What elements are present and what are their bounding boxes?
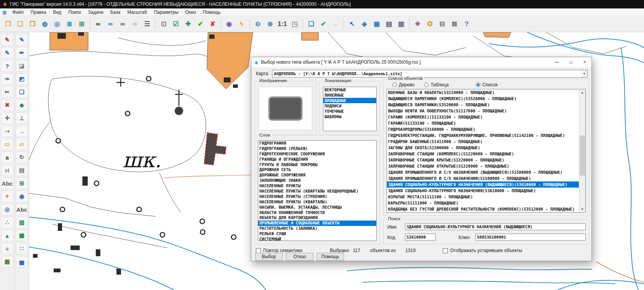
object-type-item[interactable]: ВЫДАЮЩИЕСЯ ПАМЯТНИКИ (КОМПЛЕКС)(53520000… [387,96,579,102]
open-map-icon[interactable]: ❐ [2,18,14,30]
object-type-item[interactable]: ЗАПРАВОЧНЫЕ СТАНЦИИ ОТКРЫТЫЕ(51220000 - … [387,163,579,169]
layers-icon[interactable]: ≣ [64,18,75,30]
object-type-item[interactable]: ЗДАНИЯ СОЦИАЛЬНО-КУЛЬТУРНОГО НАЗНАЧЕНИЯ … [387,181,579,188]
scrollbar-thumb[interactable] [580,135,585,176]
object-type-item[interactable]: ВОЕННЫЕ БАЗЫ И ОБЪЕКТЫ(53210000 - ПЛОЩАД… [387,89,579,96]
localization-item[interactable]: ШАБЛОНЫ [323,114,376,119]
radio-list-circle[interactable] [476,82,480,87]
context-help-icon[interactable]: ? [461,18,472,30]
map-sheet-icon[interactable]: ▦ [2,10,7,15]
localization-item[interactable]: ПЛОЩАДНЫЕ [323,98,376,103]
zoom-object-icon[interactable]: ◉ [16,191,28,202]
fill-icon[interactable]: ▩ [16,230,28,241]
copy-map-icon[interactable]: ◎ [51,18,63,30]
select-by-map-icon[interactable]: ◈ [359,18,370,30]
object-type-item[interactable]: ЗДАНИЯ ПРОМЫШЛЕННОГО И С/Х НАЗНАЧЕНИЯ (В… [387,169,579,175]
layer-item[interactable]: НАСЕЛЕННЫЕ ПУНКТЫ (КВАРТАЛЫ НЕОДНОРОДНЫЕ… [258,189,376,194]
object-type-item[interactable]: ЗДАНИЯ ПРОМЫШЛЕННОГО И С/Х НАЗНАЧЕНИЯ(51… [387,175,579,181]
layer-item[interactable]: НАСЕЛЕННЫЕ ПУНКТЫ [258,183,376,189]
object-type-item[interactable]: ЗДАНИЯ СОЦИАЛЬНО-КУЛЬТУРНОГО НАЗНАЧЕНИЯ(… [387,188,579,194]
open-internet-map-icon[interactable]: ◍ [39,18,51,30]
abc2-text-icon[interactable]: Abc [16,204,28,215]
layer-item[interactable]: НАСЫПИ, ВЫЕМКИ, ЭСТАКАДЫ, ЛЕСТНИЦЫ [258,205,376,210]
layer-item[interactable]: СИСТЕМНЫЙ [258,237,376,241]
topology-icon[interactable]: ⊥ [16,112,28,124]
copy-object-icon[interactable]: ❏ [16,86,28,98]
menu-item-window[interactable]: Окно [182,9,200,16]
menu-item-file[interactable]: Файл [9,9,27,16]
edit-query-icon[interactable]: ? [1,60,13,72]
object-type-item[interactable]: ГИДРОЭЛЕКТРОСТАНЦИИ, ГИДРОАККУМУЛИРУЮЩИЕ… [387,132,579,138]
edit-curve-icon[interactable]: ✑ [1,73,13,85]
back-view-icon[interactable]: ← [330,18,341,30]
menu-item-parameters[interactable]: Параметры [151,9,182,16]
layer-item[interactable]: ОБЛАСТИ ПОНИЖЕННОЙ ТОЧНОСТИ [258,210,376,216]
object-type-item[interactable]: ГАРАЖИ (КОМПЛЕКС)(51133100 - ПЛОЩАДНЫЕ) [387,114,579,120]
close-button[interactable]: × [578,57,592,67]
direction-icon[interactable]: → [16,125,28,137]
dbm-table-icon[interactable]: ▤ [383,18,395,30]
menu-item-tasks[interactable]: Задачи [84,9,107,16]
object-type-item[interactable]: КЛАДБИЩА БЕЗ ГУСТОЙ ДРЕВЕСНОЙ РАСТИТЕЛЬН… [387,206,579,212]
abc-text-icon[interactable]: Abc [1,178,13,189]
print-setup-icon[interactable]: ⊠ [449,18,460,30]
name-field[interactable] [405,223,586,230]
semantic-list-icon[interactable]: ▥ [395,18,407,30]
selected-map-object[interactable] [204,133,226,165]
localization-item[interactable]: ВЕКТОРНЫЕ [323,87,376,92]
select-check-icon[interactable]: ☑ [170,18,182,30]
object-pin-icon[interactable]: ✪ [424,18,436,30]
scale-1-1-icon[interactable]: 1:1 [277,18,288,30]
search-disabled-icon[interactable]: ∞ [129,18,141,30]
rotate-icon[interactable]: ↻ [16,152,28,163]
layer-item[interactable]: НАСЕЛЕННЫЕ ПУНКТЫ (СТРОЕНИЯ) [258,194,376,199]
palette-icon[interactable]: ❖ [412,18,423,30]
object-type-item[interactable]: ИЗРЫТЫЕ МЕСТА(51111100 - ПЛОЩАДНЫЕ) [387,194,579,200]
menu-item-scale[interactable]: Масштаб [124,9,150,16]
layer-composition-icon[interactable]: ⊞ [76,18,87,30]
layer-item[interactable]: ДОРОЖНЫЕ СООРУЖЕНИЯ [258,173,376,178]
layer-item[interactable]: ГРАНИЦЫ И ОГРАЖДЕНИЯ [258,157,376,162]
cancel-button[interactable]: Отказ [286,253,313,260]
object-type-item[interactable]: ГАРАЖИ(51133100 - ПЛОЩАДНЫЕ) [387,120,579,126]
add-frame-icon[interactable]: ⊞ [16,178,28,189]
select-area-icon[interactable]: ⊡ [158,18,169,30]
paste-object-icon[interactable]: ◆ [16,99,28,111]
object-type-item[interactable]: ЗАПРАВОЧНЫЕ СТАНЦИИ (КОМПЛЕКС)(51220000 … [387,151,579,157]
delete-object-icon[interactable]: ✖ [1,99,13,111]
open-folder-icon[interactable]: ❑ [15,18,26,30]
text-a-icon[interactable]: a [1,152,13,163]
radio-table-circle[interactable] [424,82,429,87]
double-ruler-icon[interactable]: ▱ [16,138,28,150]
select-add-icon[interactable]: ✚ [182,18,194,30]
list-settings-icon[interactable]: ≡ [1,243,13,254]
layer-item[interactable]: ЗАПОЛНЯЮЩИЕ ЗНАКИ [258,178,376,183]
dialog-titlebar[interactable]: ◈ Выбор нового типа объекта [ Y:\К А Р Т… [251,57,592,67]
help-button[interactable]: Помощь [316,253,344,260]
key-field[interactable] [475,234,586,241]
menu-item-edit[interactable]: Правка [27,9,50,16]
layer-item[interactable]: РАСТИТЕЛЬНОСТЬ (ЗАЛИВКА) [258,226,376,231]
up-level-icon[interactable]: ▲ [1,230,13,241]
zoom-in-icon[interactable]: ⊕ [264,18,276,30]
chart-icon[interactable]: ▅ [16,256,28,267]
print-icon[interactable]: ⊟ [436,18,448,30]
edit-metric-icon[interactable]: ✎ [16,34,28,46]
apply-view-icon[interactable]: ✔ [318,18,329,30]
layer-item[interactable]: ГИДРОТЕХНИЧЕСКИЕ СООРУЖЕНИЯ [258,152,376,157]
search-more-icon[interactable]: ∞ [117,18,128,30]
repeat-semantics-box[interactable] [256,248,261,253]
code-field[interactable] [405,234,436,241]
maximize-button[interactable]: □ [564,57,578,67]
sphere-3d-icon[interactable]: ◉ [223,18,235,30]
menu-item-database[interactable]: База [107,9,124,16]
layer-item[interactable]: ПРОМЫШЛЕННЫЕ И СОЦИАЛЬНЫЕ ОБЪЕКТЫ [258,221,376,226]
scroll-up-icon[interactable]: ▲ [579,89,585,96]
tree-structure-icon[interactable]: ∴ [1,217,13,228]
select-reset-icon[interactable]: ✘ [207,18,218,30]
scroll-down-icon[interactable]: ▼ [579,206,585,212]
object-type-item[interactable]: КАРЬЕРЫ(51111000 - ПЛОЩАДНЫЕ) [387,200,579,206]
grid-icon[interactable]: ▦ [1,256,13,267]
search-object-icon[interactable]: ∞ [92,18,104,30]
pan-view-icon[interactable]: ❏ [305,18,317,30]
